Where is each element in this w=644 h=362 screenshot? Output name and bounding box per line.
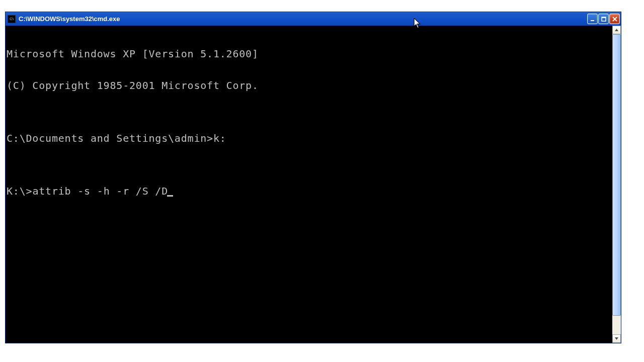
terminal-output: Microsoft Windows XP [Version 5.1.2600] … [7, 28, 611, 218]
window-buttons [587, 14, 620, 24]
term-prompt-line: C:\Documents and Settings\admin>k: [7, 133, 611, 144]
svg-rect-0 [591, 20, 594, 21]
term-line: (C) Copyright 1985-2001 Microsoft Corp. [7, 80, 611, 91]
command-text: attrib -s -h -r /S /D [32, 185, 168, 197]
term-prompt-line: K:\>attrib -s -h -r /S /D [7, 186, 611, 197]
window-title: C:\WINDOWS\system32\cmd.exe [19, 15, 120, 23]
text-cursor [167, 188, 173, 197]
close-button[interactable] [609, 14, 620, 24]
maximize-button[interactable] [598, 14, 609, 24]
terminal-client-area[interactable]: Microsoft Windows XP [Version 5.1.2600] … [6, 26, 612, 343]
scroll-thumb[interactable] [612, 34, 621, 316]
scroll-up-button[interactable] [612, 26, 621, 34]
prompt: K:\> [7, 185, 32, 197]
cmd-window: C:\ C:\WINDOWS\system32\cmd.exe Microsof… [5, 12, 621, 343]
titlebar[interactable]: C:\ C:\WINDOWS\system32\cmd.exe [6, 12, 621, 26]
prompt: C:\Documents and Settings\admin> [7, 132, 213, 144]
minimize-button[interactable] [587, 14, 598, 24]
cmd-icon: C:\ [8, 15, 16, 23]
vertical-scrollbar[interactable] [612, 26, 621, 343]
scroll-down-button[interactable] [612, 334, 621, 343]
term-line: Microsoft Windows XP [Version 5.1.2600] [7, 49, 611, 59]
scroll-track[interactable] [612, 34, 621, 334]
svg-rect-2 [602, 17, 606, 18]
command-text: k: [213, 132, 226, 144]
